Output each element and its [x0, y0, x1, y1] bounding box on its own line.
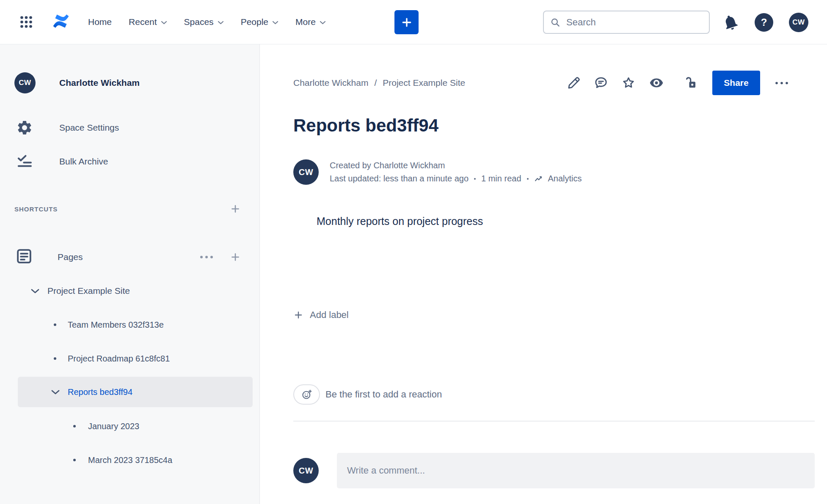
nav-item-label: Recent [129, 17, 157, 27]
chevron-down-icon [51, 389, 60, 395]
nav-item-label: Spaces [184, 17, 214, 27]
tree-item-label: March 2023 37185c4a [88, 455, 172, 465]
nav-item-people[interactable]: People [241, 17, 278, 27]
pages-label[interactable]: Pages [58, 252, 83, 262]
plus-icon [293, 310, 303, 320]
tree-item-project-roadmap[interactable]: Project Roadmap 61c8fc81 [0, 347, 259, 370]
confluence-logo[interactable] [34, 12, 71, 32]
plus-icon [230, 203, 241, 214]
nav-item-spaces[interactable]: Spaces [184, 17, 224, 27]
ellipsis-icon [775, 82, 788, 85]
help-button[interactable]: ? [754, 13, 774, 32]
add-label-button[interactable]: Add label [293, 308, 349, 322]
comment-row: CW [293, 453, 815, 488]
notifications-button[interactable] [721, 13, 740, 32]
avatar: CW [14, 72, 36, 93]
breadcrumb-link-parent[interactable]: Project Example Site [383, 78, 465, 88]
pages-more-button[interactable] [199, 255, 214, 259]
avatar-initials: CW [792, 18, 805, 27]
nav-item-more[interactable]: More [295, 17, 326, 27]
bullet-icon [54, 357, 56, 360]
sidebar-item-label: Bulk Archive [59, 156, 108, 167]
comments-button[interactable] [594, 76, 608, 90]
edit-pencil-icon [567, 76, 581, 90]
analytics-link[interactable]: Analytics [534, 173, 582, 184]
comment-input[interactable] [337, 453, 815, 488]
share-button[interactable]: Share [712, 71, 760, 95]
star-icon [621, 76, 636, 90]
search-input[interactable] [566, 17, 703, 28]
sidebar-item-label: Space Settings [59, 123, 119, 133]
chevron-down-icon [161, 21, 167, 25]
space-name: Charlotte Wickham [59, 78, 140, 88]
read-time-text: 1 min read [481, 173, 521, 184]
chevron-down-icon [320, 21, 326, 25]
nav-item-label: More [295, 17, 316, 27]
sidebar-item-bulk-archive[interactable]: Bulk Archive [16, 150, 259, 173]
search-icon [550, 17, 561, 28]
space-sidebar: CW Charlotte Wickham Space Settings Bulk… [0, 44, 260, 504]
sidebar-item-space-settings[interactable]: Space Settings [16, 116, 259, 139]
bullet-icon [73, 425, 76, 427]
gear-icon [16, 119, 35, 136]
top-navigation-bar: Home Recent Spaces People More [0, 0, 827, 44]
more-actions-button[interactable] [775, 82, 788, 85]
last-updated-text: Last updated: less than a minute ago [330, 173, 469, 184]
shortcuts-section-header: SHORTCUTS [14, 203, 241, 215]
bulk-archive-icon [16, 153, 35, 170]
tree-item-project-example-site[interactable]: Project Example Site [0, 279, 259, 302]
add-label-text: Add label [310, 310, 349, 320]
nav-item-home[interactable]: Home [88, 17, 112, 27]
tree-item-january-2023[interactable]: January 2023 [0, 415, 259, 438]
create-page-button[interactable] [230, 252, 241, 263]
bullet-icon [73, 459, 76, 461]
analytics-label: Analytics [548, 173, 582, 184]
watch-button[interactable] [649, 75, 664, 90]
plus-icon [230, 252, 241, 263]
create-button[interactable] [394, 10, 419, 34]
restrictions-button[interactable] [683, 76, 697, 90]
shortcuts-heading: SHORTCUTS [14, 205, 58, 213]
reaction-prompt: Be the first to add a reaction [325, 389, 442, 400]
tree-item-reports-selected[interactable]: Reports bed3ff94 [18, 377, 253, 407]
page-content: Charlotte Wickham / Project Example Site… [260, 44, 827, 504]
page-actions: Share [567, 71, 788, 95]
breadcrumb-link-space[interactable]: Charlotte Wickham [293, 78, 368, 88]
page-title: Reports bed3ff94 [293, 115, 815, 137]
page-header-row: Charlotte Wickham / Project Example Site… [293, 71, 815, 95]
tree-item-label: Team Members 032f313e [68, 320, 164, 330]
chevron-down-icon [218, 21, 224, 25]
dot-separator [474, 178, 476, 180]
tree-item-label: January 2023 [88, 422, 139, 431]
help-icon: ? [755, 13, 773, 32]
tree-item-team-members[interactable]: Team Members 032f313e [0, 313, 259, 336]
bell-icon [722, 14, 739, 31]
app-switcher-icon[interactable] [19, 14, 34, 30]
breadcrumb-separator: / [374, 78, 377, 88]
bullet-icon [54, 323, 56, 326]
ellipsis-icon [199, 255, 214, 259]
unlock-icon [683, 76, 697, 90]
help-glyph: ? [761, 16, 767, 28]
analytics-icon [534, 174, 544, 184]
pages-section-row: Pages [15, 246, 241, 268]
add-reaction-button[interactable] [293, 384, 320, 405]
edit-button[interactable] [567, 76, 581, 90]
pages-icon [15, 247, 33, 267]
avatar-initials: CW [299, 167, 313, 177]
nav-item-recent[interactable]: Recent [129, 17, 167, 27]
created-by-text[interactable]: Created by Charlotte Wickham [330, 160, 445, 171]
nav-item-label: People [241, 17, 268, 27]
avatar: CW [293, 458, 319, 483]
favourite-button[interactable] [621, 76, 636, 90]
profile-menu-button[interactable]: CW [789, 13, 808, 32]
plus-icon [401, 16, 413, 28]
space-profile[interactable]: CW Charlotte Wickham [14, 71, 259, 95]
avatar[interactable]: CW [293, 159, 319, 185]
avatar: CW [789, 13, 808, 32]
reactions-row: Be the first to add a reaction [293, 384, 815, 405]
search-box[interactable] [543, 11, 710, 34]
tree-item-march-2023[interactable]: March 2023 37185c4a [0, 449, 259, 471]
comment-bubble-icon [594, 76, 608, 90]
add-shortcut-button[interactable] [230, 203, 241, 214]
